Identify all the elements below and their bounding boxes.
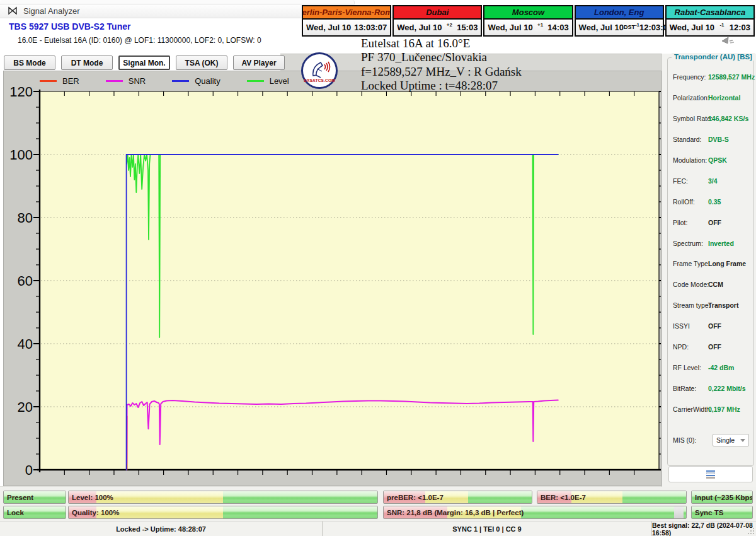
list-icon xyxy=(706,470,715,479)
legend-label-quality: Quality xyxy=(195,76,220,86)
transponder-row-value: 0,197 MHz xyxy=(708,405,740,413)
transponder-row-label: Symbol Rate: xyxy=(673,115,708,122)
transponder-groupbox: Transponder (AU) [BS] Frequency:12589,52… xyxy=(667,57,754,466)
transponder-row-value: CCM xyxy=(708,281,723,288)
clock-rabat-casablanca: Rabat-CasablancaWed, Jul 10-112:03 xyxy=(665,5,755,37)
transponder-row-value: 12589,527 MHz xyxy=(708,73,755,81)
satellite-dish-icon xyxy=(308,59,331,79)
clock-date: Wed, Jul 10 xyxy=(306,23,351,32)
bar-zone-gray xyxy=(674,506,684,518)
transponder-row-fec: FEC:3/4 xyxy=(668,170,753,191)
clock-dubai: DubaiWed, Jul 10+215:03 xyxy=(392,5,482,37)
bar-zone-green xyxy=(622,491,686,503)
chevron-down-icon xyxy=(740,439,745,442)
window-title: Signal Analyzer xyxy=(23,6,80,16)
transponder-list-button[interactable] xyxy=(668,466,753,482)
legend-label-level: Level xyxy=(270,76,289,86)
status-bar: Locked -> Uptime: 48:28:07 SYNC 1 | TEI … xyxy=(0,521,756,536)
clock-utc-offset: -1 xyxy=(714,22,730,30)
transponder-row-standard: Standard:DVB-S xyxy=(668,129,753,150)
chart-legend: BERSNRQualityLevel xyxy=(40,76,316,86)
overlay-line-frequency: f=12589,527 MHz_V : R Gdańsk xyxy=(361,65,522,79)
clock-city-label: Rabat-Casablanca xyxy=(667,6,753,20)
legend-swatch-snr xyxy=(106,80,123,82)
mis-select[interactable]: Single xyxy=(713,434,749,446)
status-bar-label: BER: <1.0E-7 xyxy=(541,494,586,501)
status-bar-label: Quality: 100% xyxy=(72,509,119,516)
mis-row: MIS (0): Single xyxy=(673,434,749,446)
y-axis-label: 100 xyxy=(9,147,33,163)
overlay-line-satellite: Eutelsat 16A at 16.0°E xyxy=(361,37,522,50)
clock-city-label: London, Eng xyxy=(576,6,663,20)
world-clocks: Berlin-Paris-Vienna-RomaWed, Jul 1013:03… xyxy=(302,5,755,37)
transponder-row-value: 0.35 xyxy=(708,198,721,206)
transponder-row-label: Polarization: xyxy=(673,94,708,102)
logo-text: DXSATCS.COM xyxy=(304,78,335,83)
legend-item-snr: SNR xyxy=(106,76,146,86)
clock-time-row: Wed, Jul 10-112:03 xyxy=(667,20,753,35)
transponder-row-label: ISSYI xyxy=(673,322,708,330)
tab-dt-mode[interactable]: DT Mode xyxy=(61,55,113,70)
legend-swatch-quality xyxy=(172,80,189,82)
legend-item-level: Level xyxy=(247,76,289,86)
clock-time-row: Wed, Jul 10+215:03 xyxy=(394,20,481,35)
tab-bs-mode[interactable]: BS Mode xyxy=(4,55,55,70)
statusbar-uptime: Locked -> Uptime: 48:28:07 xyxy=(0,521,323,536)
mouse-cursor-icon xyxy=(721,35,737,48)
transponder-row-label: Frame Type: xyxy=(673,260,708,267)
clock-time-value: 14:03 xyxy=(547,23,568,32)
y-axis-label: 20 xyxy=(18,399,33,415)
transponder-row-code-mode: Code Mode:CCM xyxy=(668,274,753,295)
legend-label-ber: BER xyxy=(62,76,79,86)
clock-date: Wed, Jul 10 xyxy=(670,23,714,32)
transponder-row-value: 3/4 xyxy=(708,177,718,185)
satellite-info-overlay: Eutelsat 16A at 16.0°E PF 370_Lučenec/Sl… xyxy=(361,37,522,93)
status-bar-label: Input (~235 Kbps) xyxy=(695,494,753,501)
tab-av-player[interactable]: AV Player xyxy=(233,55,285,70)
transponder-row-bitrate: BitRate:0,222 Mbit/s xyxy=(668,378,753,399)
status-bar-preber: preBER: <1.0E-7 xyxy=(383,491,532,504)
transponder-row-frequency: Frequency:12589,527 MHz xyxy=(668,67,753,88)
transponder-row-pilot: Pilot:OFF xyxy=(668,212,753,233)
transponder-row-label: CarrierWidth: xyxy=(673,405,708,413)
tab-signal-mon[interactable]: Signal Mon. xyxy=(118,55,170,70)
status-bar-label: Lock xyxy=(7,509,24,516)
transponder-row-carrierwidth: CarrierWidth:0,197 MHz xyxy=(668,399,753,419)
transponder-row-label: BitRate: xyxy=(673,385,708,392)
transponder-row-value: QPSK xyxy=(708,156,727,164)
legend-swatch-ber xyxy=(40,80,57,82)
device-subtitle: 16.0E - Eutelsat 16A (ID: 0160) @ LOF1: … xyxy=(18,36,261,45)
transponder-row-rf-level: RF Level:-42 dBm xyxy=(668,357,753,378)
bar-zone-green xyxy=(223,491,377,503)
transponder-row-spectrum: Spectrum:Inverted xyxy=(668,233,753,253)
legend-item-quality: Quality xyxy=(172,76,220,86)
overlay-line-site: PF 370_Lučenec/Slovakia xyxy=(361,50,522,64)
bar-zone-green xyxy=(468,491,532,503)
transponder-row-value: OFF xyxy=(708,219,721,226)
status-bar-lock: Lock xyxy=(3,506,66,519)
clock-time-row: Wed, Jul 1013:03:07 xyxy=(303,20,390,35)
y-axis-label: 0 xyxy=(25,462,33,478)
clock-time-row: Wed, Jul 10+114:03 xyxy=(484,20,571,35)
tab-tsa-ok[interactable]: TSA (OK) xyxy=(176,55,227,70)
bar-zone-yellow xyxy=(96,491,223,503)
background-window-edge xyxy=(0,0,355,4)
transponder-row-value: OFF xyxy=(708,343,721,351)
transponder-row-frame-type: Frame Type:Long Frame xyxy=(668,253,753,274)
transponder-row-label: Pilot: xyxy=(673,219,708,226)
legend-item-ber: BER xyxy=(40,76,79,86)
transponder-rows: Frequency:12589,527 MHzPolarization:Hori… xyxy=(668,67,753,419)
transponder-row-issyi: ISSYIOFF xyxy=(668,316,753,337)
transponder-title: Transponder (AU) [BS] xyxy=(672,53,755,61)
status-bar-quality: Quality: 100% xyxy=(68,506,378,519)
clock-time-value: 15:03 xyxy=(457,23,478,32)
status-bar-label: SNR: 21,8 dB (Margin: 16,3 dB | Perfect) xyxy=(387,509,524,516)
y-axis-label: 120 xyxy=(9,84,33,100)
resize-grip[interactable] xyxy=(747,527,755,535)
y-axis-label: 60 xyxy=(18,273,33,289)
app-icon xyxy=(8,6,18,16)
transponder-row-label: RF Level: xyxy=(673,364,708,371)
transponder-row-label: NPD: xyxy=(673,343,708,351)
transponder-row-label: FEC: xyxy=(673,177,708,185)
status-bar-input-235-kbps: Input (~235 Kbps) xyxy=(691,491,753,504)
